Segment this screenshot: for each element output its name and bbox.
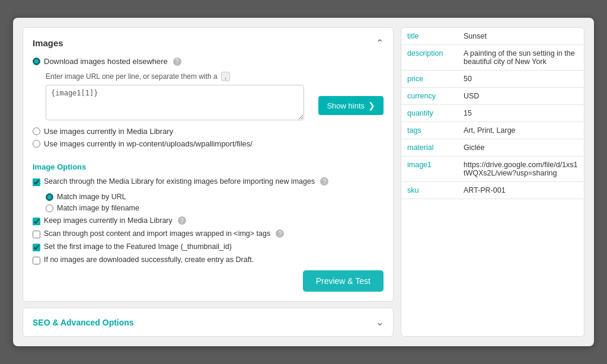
sub-radio-match-url-label: Match image by URL	[57, 193, 126, 201]
radio-download-label: Download images hosted elsewhere	[44, 57, 168, 66]
table-value-image1: https://drive.google.com/file/d/1xs1tWQX…	[458, 157, 584, 182]
main-container: Images ⌃ Download images hosted elsewher…	[13, 18, 594, 346]
help-icon-search: ?	[320, 177, 328, 186]
table-value-price: 50	[458, 71, 584, 88]
preview-test-button[interactable]: Preview & Test	[303, 270, 384, 292]
image-options-title: Image Options	[33, 162, 384, 171]
checkbox-group: Search through the Media Library for exi…	[33, 177, 384, 264]
preview-test-label: Preview & Test	[316, 276, 370, 286]
table-value-tags: Art, Print, Large	[458, 122, 584, 139]
show-hints-container: Show hints ❯	[318, 96, 384, 115]
table-key-currency: currency	[401, 88, 458, 105]
arrow-icon: ❯	[368, 101, 375, 110]
table-value-description: A painting of the sun setting in the bea…	[458, 45, 584, 71]
table-key-quantity: quantity	[401, 105, 458, 122]
checkbox-draft-if-no-images-input[interactable]	[33, 257, 40, 264]
radio-uploads-folder[interactable]: Use images currently in wp-content/uploa…	[33, 139, 304, 148]
checkbox-search-media-label: Search through the Media Library for exi…	[44, 177, 315, 186]
bottom-row: Preview & Test	[33, 270, 384, 292]
checkbox-draft-if-no-images[interactable]: If no images are downloaded successfully…	[33, 256, 384, 264]
table-row: skuART-PR-001	[401, 182, 584, 199]
url-hint-row: Enter image URL one per line, or separat…	[46, 72, 304, 81]
image-options-section: Image Options Search through the Media L…	[33, 162, 384, 292]
table-key-price: price	[401, 71, 458, 88]
checkbox-featured-image-input[interactable]	[33, 244, 40, 251]
table-key-title: title	[401, 28, 458, 45]
top-row: Download images hosted elsewhere ? Enter…	[33, 57, 384, 154]
radio-download-input[interactable]	[33, 58, 40, 65]
table-key-description: description	[401, 45, 458, 71]
checkbox-draft-if-no-images-label: If no images are downloaded successfully…	[44, 256, 254, 264]
sub-radio-group: Match image by URL Match image by filena…	[46, 193, 384, 212]
seo-collapse-button[interactable]: ⌄	[376, 317, 384, 328]
image-url-textarea[interactable]: {image1[1]}	[46, 85, 304, 120]
right-panel: titleSunsetdescriptionA painting of the …	[401, 27, 584, 337]
help-icon-scan: ?	[276, 229, 284, 238]
show-hints-label: Show hints	[327, 101, 365, 110]
seo-title: SEO & Advanced Options	[33, 318, 134, 327]
checkbox-featured-image[interactable]: Set the first image to the Featured Imag…	[33, 242, 384, 251]
checkbox-featured-image-label: Set the first image to the Featured Imag…	[44, 242, 232, 251]
table-row: descriptionA painting of the sun setting…	[401, 45, 584, 71]
source-radio-group: Download images hosted elsewhere ?	[33, 57, 304, 66]
checkbox-scan-content-label: Scan through post content and import ima…	[44, 229, 270, 238]
table-row: tagsArt, Print, Large	[401, 122, 584, 139]
sub-radio-match-url-input[interactable]	[46, 193, 53, 201]
checkbox-scan-content-input[interactable]	[33, 231, 40, 238]
left-content: Download images hosted elsewhere ? Enter…	[33, 57, 304, 154]
table-row: price50	[401, 71, 584, 88]
sub-radio-match-url[interactable]: Match image by URL	[46, 193, 384, 201]
table-value-quantity: 15	[458, 105, 584, 122]
sub-radio-match-filename-input[interactable]	[46, 205, 53, 212]
checkbox-search-media-input[interactable]	[33, 178, 40, 186]
url-hint-text: Enter image URL one per line, or separat…	[46, 72, 218, 81]
help-icon-download: ?	[173, 58, 181, 66]
table-value-sku: ART-PR-001	[458, 182, 584, 199]
table-row: image1https://drive.google.com/file/d/1x…	[401, 157, 584, 182]
table-row: materialGiclée	[401, 139, 584, 157]
collapse-button[interactable]: ⌃	[376, 37, 384, 49]
table-key-image1: image1	[401, 157, 458, 182]
radio-uploads-folder-input[interactable]	[33, 140, 40, 148]
table-value-currency: USD	[458, 88, 584, 105]
table-row: currencyUSD	[401, 88, 584, 105]
checkbox-keep-images[interactable]: Keep images currently in Media Library ?	[33, 216, 384, 225]
table-value-title: Sunset	[458, 28, 584, 45]
seo-section: SEO & Advanced Options ⌄	[23, 308, 394, 337]
radio-uploads-folder-label: Use images currently in wp-content/uploa…	[44, 139, 253, 148]
checkbox-scan-content[interactable]: Scan through post content and import ima…	[33, 229, 384, 238]
table-row: titleSunset	[401, 28, 584, 45]
section-header: Images ⌃	[33, 37, 384, 49]
help-icon-keep: ?	[178, 216, 186, 225]
sub-radio-match-filename-label: Match image by filename	[57, 204, 139, 212]
radio-media-library[interactable]: Use images currently in Media Library	[33, 127, 304, 136]
sub-radio-match-filename[interactable]: Match image by filename	[46, 204, 384, 212]
table-row: quantity15	[401, 105, 584, 122]
radio-download[interactable]: Download images hosted elsewhere ?	[33, 57, 304, 66]
comma-badge: ,	[221, 72, 230, 81]
seo-header: SEO & Advanced Options ⌄	[33, 317, 384, 328]
table-key-sku: sku	[401, 182, 458, 199]
table-key-tags: tags	[401, 122, 458, 139]
images-section-card: Images ⌃ Download images hosted elsewher…	[23, 27, 394, 302]
section-title: Images	[33, 38, 63, 48]
show-hints-button[interactable]: Show hints ❯	[318, 96, 384, 115]
data-table: titleSunsetdescriptionA painting of the …	[401, 28, 584, 199]
checkbox-keep-images-input[interactable]	[33, 218, 40, 225]
other-radio-group: Use images currently in Media Library Us…	[33, 127, 304, 148]
left-panel: Images ⌃ Download images hosted elsewher…	[23, 27, 394, 337]
checkbox-keep-images-label: Keep images currently in Media Library	[44, 216, 172, 225]
radio-media-library-input[interactable]	[33, 127, 40, 135]
table-key-material: material	[401, 139, 458, 157]
radio-media-library-label: Use images currently in Media Library	[44, 127, 173, 136]
checkbox-search-media[interactable]: Search through the Media Library for exi…	[33, 177, 384, 186]
table-value-material: Giclée	[458, 139, 584, 157]
